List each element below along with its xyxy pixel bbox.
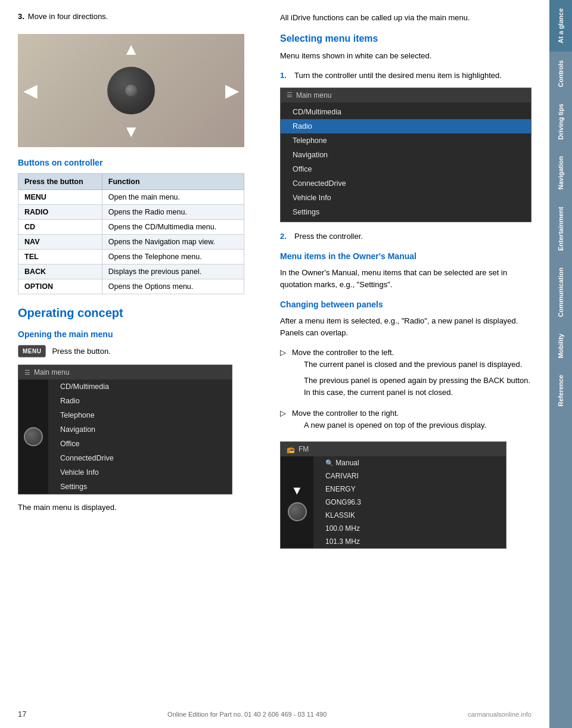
- right-menu-content: CD/MultimediaRadioTelephoneNavigationOff…: [281, 102, 531, 222]
- owners-manual-heading: Menu items in the Owner's Manual: [280, 251, 531, 261]
- left-menu-item[interactable]: ConnectedDrive: [48, 451, 232, 465]
- button-key: RADIO: [18, 205, 102, 220]
- buttons-section-heading: Buttons on controller: [18, 158, 268, 167]
- fm-screenshot: 📻 FM ▼ 🔍 ManualCARIVARIENERGYGONG96.3KLA…: [280, 441, 506, 549]
- table-col2-header: Function: [102, 174, 244, 190]
- left-menu-screenshot: ☰ Main menu CD/MultimediaRadioTelephoneN…: [18, 365, 232, 494]
- left-menu-title: Main menu: [34, 368, 69, 377]
- sidebar-item-reference[interactable]: Reference: [549, 366, 572, 415]
- button-function: Open the main menu.: [102, 190, 244, 205]
- footer-right: carmanualsonline.info: [468, 711, 531, 718]
- intro-text: All iDrive functions can be called up vi…: [280, 12, 531, 24]
- opening-main-menu-heading: Opening the main menu: [18, 329, 268, 339]
- left-menu-item[interactable]: CD/Multimedia: [48, 379, 232, 394]
- sidebar-item-entertainment[interactable]: Entertainment: [549, 198, 572, 259]
- left-column: 3. Move in four directions. ▲ ▼ ◀ ▶ Butt…: [18, 12, 268, 704]
- fm-antenna-icon: 📻: [287, 446, 295, 453]
- page-footer: 17 Online Edition for Part no. 01 40 2 6…: [0, 710, 549, 718]
- fm-item[interactable]: KLASSIK: [313, 509, 506, 522]
- main-content: 3. Move in four directions. ▲ ▼ ◀ ▶ Butt…: [0, 0, 549, 728]
- step1-num: 1.: [280, 70, 290, 82]
- sidebar-item-driving-tips[interactable]: Driving tips: [549, 95, 572, 148]
- right-menu-item[interactable]: Navigation: [281, 148, 531, 162]
- menu-button-badge: MENU: [18, 345, 46, 357]
- arrow-right-icon: ▶: [225, 81, 238, 101]
- sidebar-item-at-a-glance[interactable]: At a glance: [549, 0, 572, 52]
- left-menu-item[interactable]: Vehicle Info: [48, 465, 232, 480]
- right-menu-item[interactable]: ConnectedDrive: [281, 176, 531, 191]
- step3-number: 3.: [18, 12, 24, 28]
- right-menu-item[interactable]: Telephone: [281, 133, 531, 148]
- fm-title: FM: [299, 445, 309, 453]
- arrow-left-icon: ◀: [24, 81, 37, 101]
- fm-item[interactable]: 101.3 MHz: [313, 535, 506, 548]
- left-menu-item[interactable]: Office: [48, 437, 232, 451]
- left-menu-content: CD/MultimediaRadioTelephoneNavigationOff…: [48, 379, 232, 494]
- press-button-row: MENU Press the button.: [18, 345, 268, 357]
- left-menu-item[interactable]: Radio: [48, 394, 232, 408]
- table-row: RADIOOpens the Radio menu.: [18, 205, 244, 220]
- right-menu-item[interactable]: Office: [281, 162, 531, 176]
- right-menu-item[interactable]: CD/Multimedia: [281, 105, 531, 119]
- bullet1-arrow-icon: ▷: [280, 347, 287, 403]
- sidebar-item-controls[interactable]: Controls: [549, 52, 572, 95]
- table-row: OPTIONOpens the Options menu.: [18, 279, 244, 294]
- step2-num: 2.: [280, 231, 290, 242]
- left-menu-with-controller: CD/MultimediaRadioTelephoneNavigationOff…: [18, 379, 232, 494]
- left-menu-controller-circle: [24, 427, 43, 446]
- selecting-intro: Menu items shown in white can be selecte…: [280, 50, 531, 62]
- table-row: BACKDisplays the previous panel.: [18, 265, 244, 279]
- page-container: 3. Move in four directions. ▲ ▼ ◀ ▶ Butt…: [0, 0, 572, 728]
- fm-controller-stub: ▼: [281, 456, 313, 548]
- fm-item[interactable]: 🔍 Manual: [313, 456, 506, 469]
- right-menu-item[interactable]: Radio: [281, 119, 531, 133]
- right-menu-list-icon: ☰: [287, 91, 293, 99]
- changing-panels-intro: After a menu item is selected, e.g., "Ra…: [280, 315, 531, 338]
- button-key: OPTION: [18, 279, 102, 294]
- left-menu-item[interactable]: Settings: [48, 480, 232, 494]
- changing-panels-heading: Changing between panels: [280, 300, 531, 309]
- controller-knob: [107, 67, 155, 114]
- right-menu-item[interactable]: Vehicle Info: [281, 191, 531, 205]
- table-row: TELOpens the Telephone menu.: [18, 250, 244, 265]
- selecting-menu-items-heading: Selecting menu items: [280, 33, 531, 44]
- controller-image: ▲ ▼ ◀ ▶: [18, 34, 244, 147]
- fm-item[interactable]: GONG96.3: [313, 496, 506, 509]
- button-key: CD: [18, 220, 102, 235]
- fm-item[interactable]: 100.0 MHz: [313, 522, 506, 535]
- bullet2-content: Move the controller to the right. A new …: [292, 407, 531, 435]
- controller-img-inner: ▲ ▼ ◀ ▶: [18, 34, 244, 147]
- bullet2-sub1: A new panel is opened on top of the prev…: [304, 419, 531, 431]
- sidebar-item-communication[interactable]: Communication: [549, 259, 572, 325]
- bullet2: ▷ Move the controller to the right. A ne…: [280, 407, 531, 435]
- step1-item: 1. Turn the controller until the desired…: [280, 70, 531, 82]
- arrow-down-icon: ▼: [123, 122, 139, 141]
- bullet1-sub2: The previous panel is opened again by pr…: [304, 375, 531, 398]
- button-function: Opens the Options menu.: [102, 279, 244, 294]
- table-row: CDOpens the CD/Multimedia menu.: [18, 220, 244, 235]
- fm-content: 🔍 ManualCARIVARIENERGYGONG96.3KLASSIK100…: [313, 456, 506, 548]
- right-menu-item[interactable]: Settings: [281, 205, 531, 219]
- button-function: Opens the Telephone menu.: [102, 250, 244, 265]
- button-function: Opens the CD/Multimedia menu.: [102, 220, 244, 235]
- bullet2-text: Move the controller to the right.: [292, 409, 399, 418]
- fm-item[interactable]: ENERGY: [313, 483, 506, 496]
- left-menu-controller-stub: [18, 379, 48, 494]
- fm-titlebar: 📻 FM: [281, 442, 506, 456]
- button-key: NAV: [18, 235, 102, 250]
- fm-item[interactable]: CARIVARI: [313, 469, 506, 483]
- table-row: NAVOpens the Navigation map view.: [18, 235, 244, 250]
- sidebar-item-mobility[interactable]: Mobility: [549, 325, 572, 367]
- sidebar-item-navigation[interactable]: Navigation: [549, 148, 572, 198]
- left-menu-item[interactable]: Navigation: [48, 422, 232, 437]
- table-row: MENUOpen the main menu.: [18, 190, 244, 205]
- bullet1-sub1: The current panel is closed and the prev…: [304, 359, 531, 371]
- right-menu-title: Main menu: [296, 91, 331, 99]
- right-column: All iDrive functions can be called up vi…: [280, 12, 531, 704]
- bullet2-arrow-icon: ▷: [280, 407, 287, 435]
- step1-text: Turn the controller until the desired me…: [294, 70, 502, 82]
- fm-down-arrow-icon: ▼: [291, 484, 303, 497]
- button-key: MENU: [18, 190, 102, 205]
- step2-text: Press the controller.: [294, 231, 363, 242]
- left-menu-item[interactable]: Telephone: [48, 408, 232, 422]
